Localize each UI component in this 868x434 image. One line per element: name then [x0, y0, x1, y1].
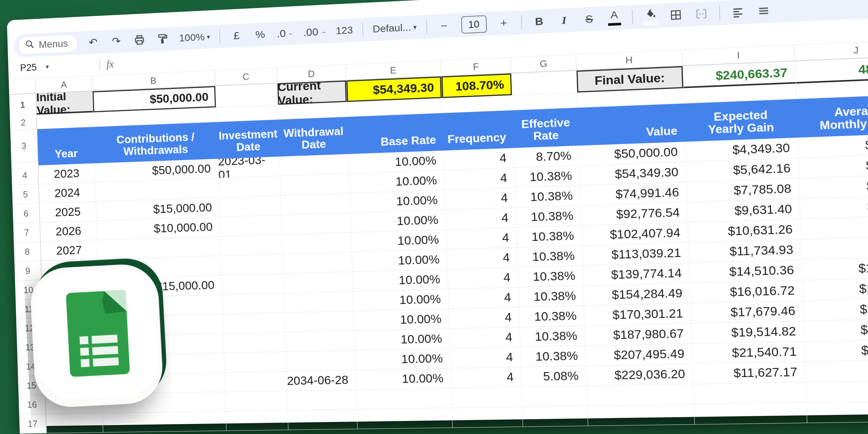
text-color-button[interactable]: A [606, 9, 622, 27]
cell-value[interactable]: $207,495.49 [585, 344, 693, 366]
cell-effective-rate[interactable]: 5.08% [521, 366, 587, 387]
cell-frequency[interactable]: 4 [444, 148, 515, 170]
font-select[interactable]: Defaul... ▾ [373, 18, 417, 37]
cell-yearly-gain[interactable]: $9,631.40 [687, 199, 801, 222]
cell-value[interactable]: $102,407.94 [582, 223, 689, 246]
header-investment-date[interactable]: Investment Date [217, 120, 279, 159]
cell-frequency[interactable]: 4 [446, 228, 517, 250]
cell-base-rate[interactable]: 10.00% [349, 170, 445, 193]
cell-yearly-gain[interactable]: $5,642.16 [686, 158, 799, 182]
cell-withdraw-date[interactable] [281, 193, 351, 215]
cell-monthly-gain[interactable]: $1,626.23 [804, 318, 868, 341]
cell-effective-rate[interactable]: 10.38% [519, 286, 584, 307]
name-box[interactable]: P25 ▾ [20, 59, 93, 74]
cell-invest-date[interactable] [224, 332, 286, 353]
cell-monthly-gain[interactable]: $885.94 [801, 216, 868, 240]
header-value[interactable]: Value [578, 103, 685, 145]
horizontal-align-button[interactable] [729, 3, 746, 21]
cell-monthly-gain[interactable]: $968.93 [805, 360, 868, 382]
cell-effective-rate[interactable]: 10.38% [517, 226, 582, 248]
cell-frequency[interactable]: 4 [450, 327, 520, 349]
cell-frequency[interactable]: 4 [444, 168, 515, 190]
cell-withdraw-date[interactable] [280, 154, 350, 176]
cell-base-rate[interactable]: 10.00% [349, 151, 444, 174]
cell-base-rate[interactable]: 10.00% [351, 230, 447, 252]
cell-monthly-gain[interactable]: $1,334.73 [802, 277, 868, 301]
cell-invest-date[interactable] [221, 254, 284, 275]
initial-value-label-cell[interactable]: Initial Value: [36, 91, 93, 115]
cell-yearly-gain[interactable]: $11,734.93 [689, 240, 802, 263]
merge-cells-button[interactable] [693, 5, 709, 23]
cell-frequency[interactable]: 4 [448, 267, 518, 289]
row-number[interactable]: 4 [11, 165, 39, 185]
current-value-cell[interactable]: $54,349.30 [347, 76, 442, 102]
cell-base-rate[interactable]: 10.00% [351, 210, 446, 233]
row-number[interactable]: 3 [10, 129, 39, 162]
cell-withdraw-date[interactable] [286, 350, 356, 371]
cell-invest-date[interactable] [219, 195, 282, 217]
header-frequency[interactable]: Frequency [443, 110, 514, 151]
header-withdrawal-date[interactable]: Withdrawal Date [278, 117, 349, 157]
cell-year[interactable]: 2026 [40, 221, 97, 242]
cell-base-rate[interactable]: 10.00% [350, 190, 446, 213]
cell-effective-rate[interactable]: 10.38% [518, 266, 584, 287]
header-monthly-gain[interactable]: Average Monthly Gain [796, 94, 868, 137]
fill-color-button[interactable] [642, 7, 658, 25]
cell-effective-rate[interactable]: 10.38% [516, 206, 582, 227]
cell-monthly-gain[interactable]: $648.76 [799, 174, 868, 199]
number-format-button[interactable]: 123 [335, 22, 353, 40]
cell-base-rate[interactable]: 10.00% [352, 250, 448, 272]
cell-frequency[interactable]: 4 [447, 248, 518, 269]
cell-effective-rate[interactable]: 10.38% [520, 326, 585, 347]
cell-monthly-gain[interactable]: $1,795.06 [804, 339, 868, 362]
select-all-corner[interactable] [9, 78, 36, 95]
cell-withdraw-date[interactable] [280, 174, 350, 195]
cell-withdraw-date[interactable] [283, 272, 353, 293]
cell-frequency[interactable]: 4 [449, 307, 520, 329]
row-number[interactable]: 8 [14, 242, 41, 262]
cell-base-rate[interactable]: 10.00% [353, 289, 449, 311]
cell-base-rate[interactable]: 10.00% [354, 329, 450, 351]
cell-invest-date[interactable] [223, 313, 285, 334]
cell-year[interactable]: 2023 [39, 163, 95, 184]
cell-year[interactable]: 2025 [40, 202, 97, 223]
bold-button[interactable]: B [531, 12, 547, 31]
header-base-rate[interactable]: Base Rate [348, 113, 444, 154]
italic-button[interactable]: I [556, 11, 572, 29]
cell-effective-rate[interactable]: 10.38% [519, 306, 585, 327]
increase-decimal-button[interactable]: .00→ [303, 23, 326, 41]
cell-monthly-gain[interactable]: $1,209.20 [802, 257, 868, 280]
header-contributions[interactable]: Contributions / Withdrawals [94, 122, 218, 164]
paint-format-icon[interactable] [156, 30, 170, 48]
cell-yearly-gain[interactable]: $21,540.71 [692, 342, 806, 364]
cell-invest-date[interactable] [220, 235, 283, 256]
cell-withdraw-date[interactable] [285, 331, 355, 352]
cell-value[interactable]: $154,284.49 [584, 283, 691, 306]
cell-value[interactable]: $170,301.21 [584, 303, 692, 326]
cell-invest-date[interactable] [222, 274, 284, 295]
cell-monthly-gain[interactable]: $1,473.29 [803, 298, 868, 321]
cell-yearly-gain[interactable]: $11,627.17 [693, 362, 806, 384]
cell[interactable] [511, 71, 577, 96]
undo-icon[interactable]: ↶ [86, 34, 100, 51]
cell-monthly-gain[interactable]: $977.91 [801, 236, 868, 260]
header-yearly-gain[interactable]: Expected Yearly Gain [684, 99, 798, 142]
decrease-font-size-button[interactable]: − [436, 17, 452, 35]
cell-yearly-gain[interactable]: $16,016.72 [690, 280, 803, 303]
cell-frequency[interactable]: 4 [448, 287, 519, 309]
cell-withdraw-date[interactable] [285, 311, 354, 332]
decrease-decimal-button[interactable]: .0← [276, 24, 294, 42]
cell-value[interactable]: $54,349.30 [579, 162, 687, 185]
cell-invest-date[interactable]: 2023-03-01 [218, 157, 281, 178]
percent-format-button[interactable]: % [253, 26, 268, 43]
cell-value[interactable]: $139,774.14 [583, 263, 690, 286]
row-number[interactable]: 6 [12, 203, 40, 224]
cell-monthly-gain[interactable]: $802.62 [800, 195, 868, 219]
cell-withdraw-date[interactable] [283, 252, 353, 274]
increase-font-size-button[interactable]: + [496, 14, 511, 32]
row-number[interactable]: 2 [10, 115, 37, 130]
header-effective-rate[interactable]: Effective Rate [513, 108, 579, 148]
cell-yearly-gain[interactable]: $17,679.46 [691, 301, 804, 324]
header-year[interactable]: Year [37, 127, 95, 166]
cell-base-rate[interactable]: 10.00% [355, 349, 451, 370]
